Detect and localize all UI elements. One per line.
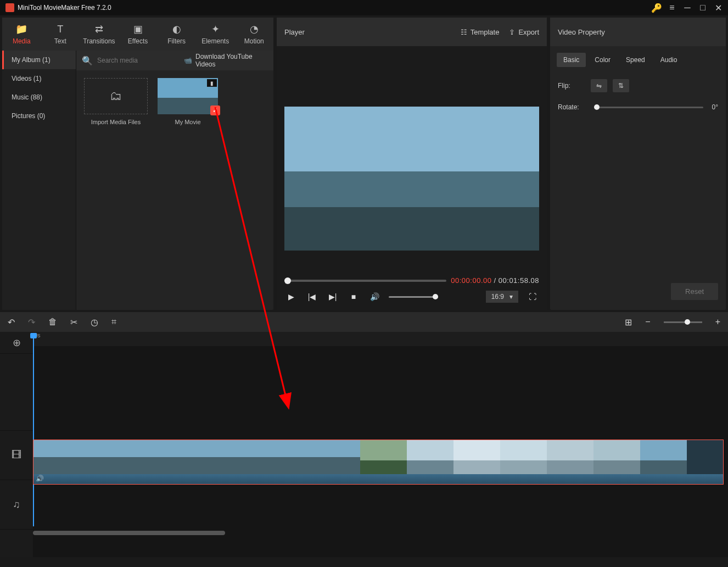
player-preview[interactable]: [284, 107, 539, 251]
zoom-in-button[interactable]: +: [715, 317, 720, 327]
timeline[interactable]: ⊕ 🎞 ♫ 0s 🔊: [0, 332, 728, 557]
flip-horizontal-button[interactable]: ⇋: [591, 79, 607, 92]
progress-slider[interactable]: [284, 280, 446, 282]
maximize-button[interactable]: □: [695, 0, 710, 15]
speed-button[interactable]: ◷: [91, 317, 98, 327]
motion-icon: ◔: [250, 23, 259, 35]
audio-track-icon: ♫: [0, 480, 33, 530]
search-row: 🔍 📹Download YouTube Videos: [76, 51, 273, 70]
timecode: 00:00:00.00 / 00:01:58.08: [451, 276, 539, 285]
media-thumb-mymovie[interactable]: ▮ ✓ My Movie: [158, 78, 218, 125]
flip-label: Flip:: [558, 82, 585, 90]
speaker-icon: 🔊: [36, 475, 44, 482]
prop-tab-audio[interactable]: Audio: [654, 53, 684, 67]
property-title: Video Property: [550, 18, 726, 46]
import-media-button[interactable]: 🗂 Import Media Files: [84, 78, 148, 125]
redo-button[interactable]: ↷: [28, 317, 35, 327]
rotate-label: Rotate:: [558, 103, 585, 111]
stop-button[interactable]: ■: [347, 290, 360, 303]
split-button[interactable]: ✂: [70, 317, 77, 327]
filters-icon: ◐: [172, 23, 181, 35]
search-input[interactable]: [97, 57, 180, 64]
transitions-icon: ⇄: [95, 23, 103, 35]
timeline-scrollbar[interactable]: [33, 531, 225, 535]
zoom-slider[interactable]: [664, 321, 702, 323]
volume-slider[interactable]: [389, 296, 438, 298]
folder-open-icon: 🗂: [110, 89, 122, 103]
prop-tab-color[interactable]: Color: [588, 53, 617, 67]
export-button[interactable]: ⇪Export: [509, 28, 539, 36]
import-label: Import Media Files: [91, 119, 141, 125]
timeline-playhead[interactable]: [33, 334, 34, 526]
sidebar-item-pictures[interactable]: Pictures (0): [2, 107, 76, 125]
menu-icon[interactable]: ≡: [664, 0, 680, 15]
delete-button[interactable]: 🗑: [48, 317, 57, 327]
export-icon: ⇪: [509, 28, 515, 36]
sidebar-item-videos[interactable]: Videos (1): [2, 69, 76, 88]
player-panel: Player ☷Template ⇪Export 00:00:00.00 / 0…: [277, 18, 547, 310]
close-button[interactable]: ✕: [710, 0, 726, 15]
effects-icon: ▣: [133, 23, 143, 35]
thumb-label: My Movie: [175, 119, 200, 125]
sidebar-item-music[interactable]: Music (88): [2, 88, 76, 107]
play-button[interactable]: ▶: [284, 290, 298, 303]
fullscreen-button[interactable]: ⛶: [526, 290, 539, 303]
search-icon: 🔍: [82, 55, 93, 66]
tab-motion[interactable]: ◔Motion: [234, 18, 273, 51]
title-bar: MiniTool MovieMaker Free 7.2.0 🔑 ≡ ─ □ ✕: [0, 0, 728, 15]
tab-elements[interactable]: ✦Elements: [196, 18, 235, 51]
aspect-dropdown[interactable]: 16:9▾: [486, 291, 518, 303]
property-panel: Video Property Basic Color Speed Audio F…: [550, 18, 726, 310]
fit-button[interactable]: ⊞: [625, 317, 632, 327]
zoom-out-button[interactable]: −: [645, 317, 650, 327]
add-track-button[interactable]: ⊕: [0, 332, 33, 354]
next-frame-button[interactable]: ▶|: [326, 290, 339, 303]
media-panel: 📁Media TText ⇄Transitions ▣Effects ◐Filt…: [2, 18, 273, 310]
timeline-ruler[interactable]: 0s: [33, 332, 728, 346]
undo-button[interactable]: ↶: [8, 317, 15, 327]
prop-tab-speed[interactable]: Speed: [619, 53, 652, 67]
camera-icon: 📹: [184, 57, 192, 64]
video-track-icon: 🎞: [0, 431, 33, 480]
media-thumbnails: 🗂 Import Media Files ▮ ✓ My Movie: [76, 70, 273, 310]
rotate-slider[interactable]: [594, 107, 703, 108]
video-badge-icon: ▮: [207, 79, 217, 87]
download-youtube-link[interactable]: 📹Download YouTube Videos: [184, 53, 268, 68]
app-logo-icon: [5, 3, 14, 12]
timeline-toolbar: ↶ ↷ 🗑 ✂ ◷ ⌗ ⊞ − +: [0, 312, 728, 332]
tab-media[interactable]: 📁Media: [2, 18, 41, 51]
minimize-button[interactable]: ─: [680, 0, 695, 15]
elements-icon: ✦: [211, 23, 220, 35]
folder-icon: 📁: [15, 23, 27, 35]
prop-tab-basic[interactable]: Basic: [557, 53, 586, 67]
volume-icon[interactable]: 🔊: [368, 290, 381, 303]
template-button[interactable]: ☷Template: [461, 28, 500, 36]
player-title: Player: [284, 28, 451, 36]
rotate-value: 0°: [712, 103, 718, 111]
prev-frame-button[interactable]: |◀: [305, 290, 318, 303]
sidebar-item-myalbum[interactable]: My Album (1): [2, 51, 76, 69]
media-sidebar: My Album (1) Videos (1) Music (88) Pictu…: [2, 51, 76, 310]
video-clip[interactable]: 🔊: [33, 440, 724, 485]
chevron-down-icon: ▾: [509, 293, 513, 301]
clip-audio-waveform: 🔊: [33, 474, 723, 484]
tab-transitions[interactable]: ⇄Transitions: [80, 18, 119, 51]
crop-button[interactable]: ⌗: [111, 317, 116, 327]
app-title: MiniTool MovieMaker Free 7.2.0: [18, 4, 649, 12]
check-icon: ✓: [210, 105, 220, 115]
text-icon: T: [57, 24, 63, 35]
main-tabs: 📁Media TText ⇄Transitions ▣Effects ◐Filt…: [2, 18, 273, 51]
tab-effects[interactable]: ▣Effects: [119, 18, 158, 51]
key-icon[interactable]: 🔑: [649, 0, 664, 15]
tab-text[interactable]: TText: [41, 18, 80, 51]
reset-button[interactable]: Reset: [671, 283, 718, 300]
tab-filters[interactable]: ◐Filters: [157, 18, 196, 51]
flip-vertical-button[interactable]: ⇅: [613, 79, 629, 92]
template-icon: ☷: [461, 28, 467, 36]
